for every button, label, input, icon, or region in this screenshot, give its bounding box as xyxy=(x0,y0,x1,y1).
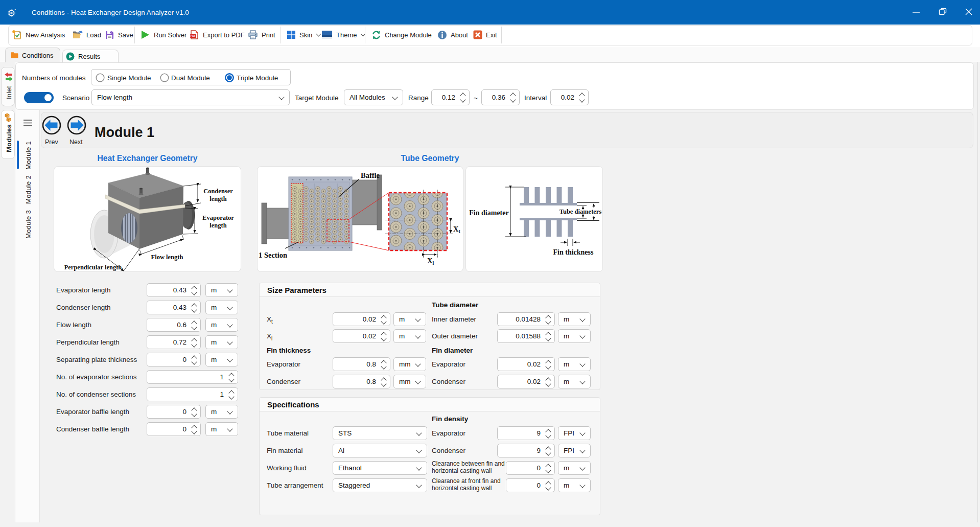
svg-text:Baffle: Baffle xyxy=(361,171,380,179)
svg-text:Xl: Xl xyxy=(427,257,434,266)
svg-text:length: length xyxy=(209,222,226,229)
svg-text:Fin thickness: Fin thickness xyxy=(553,248,594,256)
svg-text:1 Section: 1 Section xyxy=(259,251,287,259)
svg-text:Perpendicular length: Perpendicular length xyxy=(64,264,122,271)
svg-text:Xt: Xt xyxy=(453,225,460,234)
svg-text:Tube diameters: Tube diameters xyxy=(559,208,602,215)
svg-text:Evaporator: Evaporator xyxy=(202,214,234,221)
svg-text:length: length xyxy=(209,195,226,202)
svg-text:Flow length: Flow length xyxy=(151,254,183,261)
svg-text:Fin diameter: Fin diameter xyxy=(469,209,508,217)
svg-text:PDF: PDF xyxy=(191,34,196,37)
svg-text:Condenser: Condenser xyxy=(203,188,233,195)
